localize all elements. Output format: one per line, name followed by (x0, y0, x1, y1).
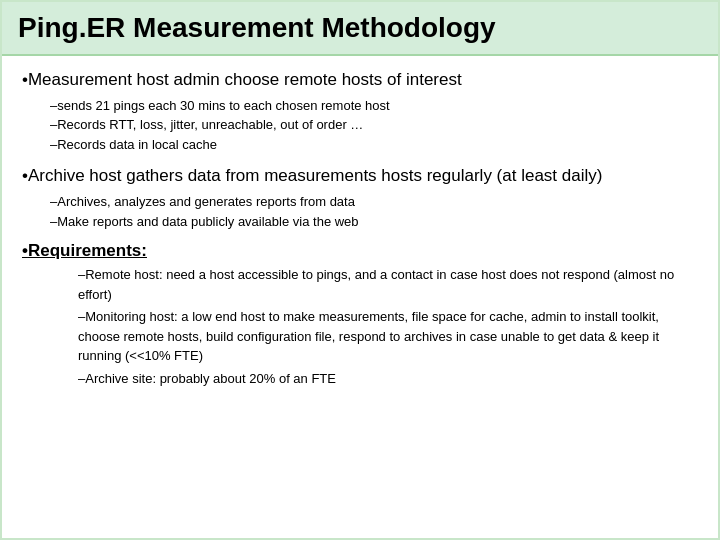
section-archive-host: •Archive host gathers data from measurem… (22, 164, 698, 231)
list-item: –Make reports and data publicly availabl… (50, 212, 698, 232)
section-requirements: •Requirements: –Remote host: need a host… (22, 241, 698, 388)
list-item: –Archives, analyzes and generates report… (50, 192, 698, 212)
subitems-archive-host: –Archives, analyzes and generates report… (50, 192, 698, 231)
list-item: –Records RTT, loss, jitter, unreachable,… (50, 115, 698, 135)
bullet-requirements: •Requirements: (22, 241, 698, 261)
bullet-archive-host: •Archive host gathers data from measurem… (22, 164, 698, 188)
bullet-measurement-host: •Measurement host admin choose remote ho… (22, 68, 698, 92)
section-measurement-host: •Measurement host admin choose remote ho… (22, 68, 698, 154)
list-item: –sends 21 pings each 30 mins to each cho… (50, 96, 698, 116)
list-item: –Monitoring host: a low end host to make… (78, 307, 698, 366)
title-bar: Ping.ER Measurement Methodology (2, 2, 718, 56)
list-item: –Records data in local cache (50, 135, 698, 155)
subitems-requirements: –Remote host: need a host accessible to … (50, 265, 698, 388)
slide-title: Ping.ER Measurement Methodology (18, 12, 702, 44)
subitems-measurement-host: –sends 21 pings each 30 mins to each cho… (50, 96, 698, 155)
list-item: –Remote host: need a host accessible to … (78, 265, 698, 304)
list-item: –Archive site: probably about 20% of an … (78, 369, 698, 389)
slide: Ping.ER Measurement Methodology •Measure… (0, 0, 720, 540)
slide-content: •Measurement host admin choose remote ho… (2, 56, 718, 538)
